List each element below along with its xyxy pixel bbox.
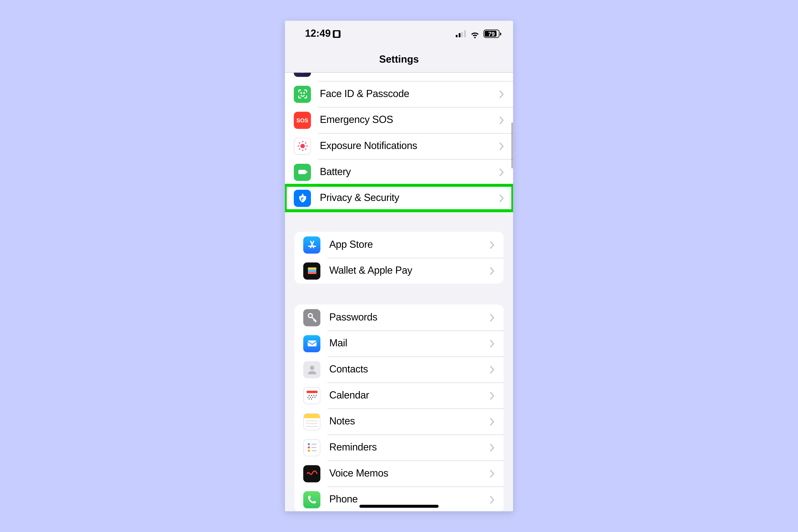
svg-point-37	[307, 446, 310, 449]
row-label: Siri & Search	[320, 73, 499, 74]
chevron-right-icon	[499, 168, 504, 176]
row-label: Notes	[329, 416, 490, 428]
svg-rect-16	[307, 270, 316, 272]
voicememos-icon	[303, 465, 320, 482]
chevron-right-icon	[490, 267, 495, 274]
svg-point-38	[307, 450, 310, 452]
phone-frame: 12:49 79 Settings Siri & Search	[285, 21, 513, 511]
svg-rect-15	[307, 267, 316, 269]
chevron-right-icon	[490, 314, 495, 321]
svg-rect-21	[306, 391, 317, 393]
row-exposure[interactable]: Exposure Notifications	[285, 133, 513, 159]
row-wallet[interactable]: Wallet & Apple Pay	[294, 258, 504, 284]
chevron-right-icon	[499, 194, 504, 202]
svg-rect-19	[307, 341, 316, 346]
privacy-icon	[294, 189, 311, 207]
row-label: Privacy & Security	[320, 192, 499, 204]
svg-point-6	[302, 150, 303, 151]
row-battery[interactable]: Battery	[285, 159, 513, 185]
chevron-right-icon	[490, 340, 495, 347]
settings-group-1: Siri & Search Face ID & Passcode SOS Eme…	[285, 73, 513, 211]
row-mail[interactable]: Mail	[294, 330, 504, 357]
svg-point-9	[299, 142, 300, 144]
chevron-right-icon	[499, 116, 504, 124]
svg-point-12	[305, 148, 306, 150]
svg-point-31	[311, 398, 312, 400]
svg-point-20	[310, 366, 314, 370]
calendar-icon	[303, 387, 320, 404]
svg-point-27	[309, 397, 310, 398]
status-time: 12:49	[305, 28, 331, 40]
svg-point-11	[299, 148, 300, 150]
mail-icon	[303, 335, 320, 352]
svg-point-5	[302, 141, 303, 142]
svg-point-30	[308, 398, 309, 400]
row-passwords[interactable]: Passwords	[294, 304, 504, 330]
home-indicator[interactable]	[359, 505, 439, 508]
exposure-icon	[294, 137, 311, 155]
chevron-right-icon	[490, 392, 495, 399]
chevron-right-icon	[490, 470, 495, 477]
svg-point-25	[316, 395, 317, 396]
svg-point-36	[307, 443, 310, 445]
row-sos[interactable]: SOS Emergency SOS	[285, 107, 513, 133]
svg-point-10	[305, 142, 306, 144]
scroll-indicator[interactable]	[511, 122, 513, 169]
appstore-icon	[303, 236, 320, 253]
page-title: Settings	[379, 54, 419, 65]
svg-point-23	[311, 395, 312, 396]
svg-point-3	[303, 93, 304, 93]
row-appstore[interactable]: App Store	[294, 232, 504, 258]
row-label: Exposure Notifications	[320, 140, 499, 152]
row-label: Calendar	[329, 390, 490, 401]
battery-settings-icon	[294, 164, 311, 181]
svg-point-4	[300, 144, 304, 148]
row-notes[interactable]: Notes	[294, 408, 504, 435]
settings-scroll[interactable]: Siri & Search Face ID & Passcode SOS Eme…	[285, 73, 513, 511]
svg-point-8	[306, 146, 307, 147]
row-voicememos[interactable]: Voice Memos	[294, 460, 504, 487]
svg-point-26	[307, 397, 308, 398]
battery-level: 79	[488, 31, 495, 37]
row-label: Reminders	[329, 441, 490, 453]
settings-group-3: Passwords Mail Contacts	[294, 304, 504, 511]
wallet-icon	[303, 262, 320, 279]
svg-rect-32	[304, 414, 320, 418]
svg-point-22	[308, 395, 309, 396]
nav-bar: Settings	[285, 46, 513, 73]
chevron-right-icon	[499, 90, 504, 98]
svg-rect-13	[298, 170, 306, 174]
status-bar: 12:49 79	[285, 21, 513, 47]
svg-point-28	[312, 397, 313, 398]
row-label: Phone	[329, 494, 490, 506]
row-calendar[interactable]: Calendar	[294, 382, 504, 408]
wifi-icon	[470, 29, 480, 39]
svg-rect-14	[306, 171, 307, 173]
row-reminders[interactable]: Reminders	[294, 435, 504, 460]
notes-icon	[303, 413, 320, 430]
phone-icon	[303, 491, 320, 508]
svg-point-24	[313, 395, 314, 396]
row-label: Voice Memos	[329, 468, 490, 479]
row-siri[interactable]: Siri & Search	[285, 73, 513, 81]
sos-icon: SOS	[294, 111, 311, 129]
row-label: Face ID & Passcode	[320, 88, 499, 100]
chevron-right-icon	[490, 444, 495, 451]
row-label: Passwords	[329, 311, 490, 323]
row-label: Contacts	[329, 363, 490, 375]
chevron-right-icon	[490, 241, 495, 248]
chevron-right-icon	[499, 142, 504, 150]
contacts-icon	[303, 361, 320, 378]
svg-rect-17	[307, 272, 316, 274]
row-label: Emergency SOS	[320, 114, 499, 126]
siri-icon	[294, 73, 311, 77]
row-label: Battery	[320, 166, 499, 178]
row-contacts[interactable]: Contacts	[294, 357, 504, 382]
row-privacy[interactable]: Privacy & Security	[285, 185, 513, 211]
chevron-right-icon	[490, 496, 495, 503]
row-faceid[interactable]: Face ID & Passcode	[285, 81, 513, 107]
settings-group-2: App Store Wallet & Apple Pay	[294, 232, 504, 284]
faceid-icon	[294, 86, 311, 103]
chevron-right-icon	[490, 418, 495, 425]
row-label: Mail	[329, 338, 490, 349]
